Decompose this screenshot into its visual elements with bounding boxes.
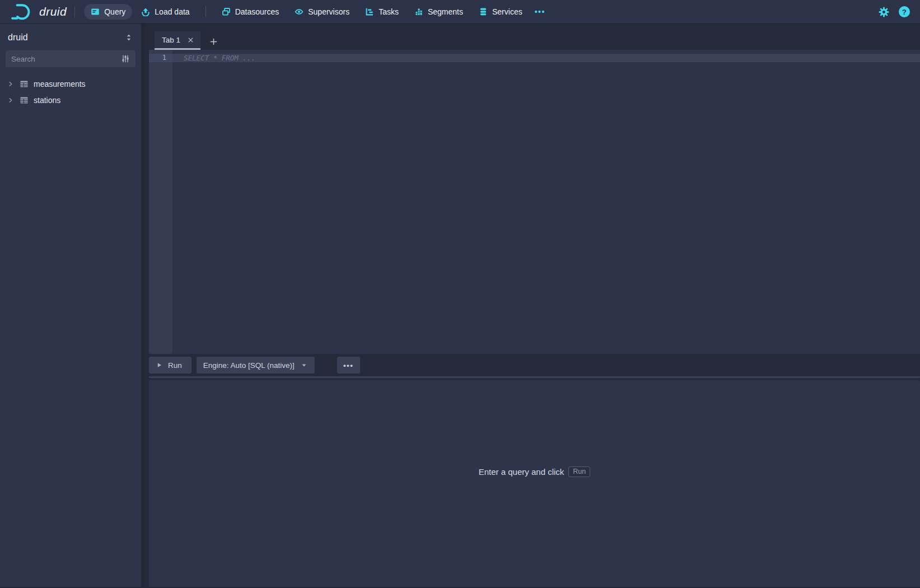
results-splitter-handle[interactable] bbox=[149, 376, 920, 378]
nav-item-supervisors[interactable]: Supervisors bbox=[288, 4, 356, 20]
nav-item-label: Supervisors bbox=[308, 7, 349, 16]
schema-sidebar: druid bbox=[0, 24, 145, 588]
tab-query-1[interactable]: Tab 1 bbox=[155, 31, 200, 50]
table-search bbox=[6, 50, 136, 67]
help-icon: ? bbox=[902, 8, 907, 16]
logo-wordmark: druid bbox=[39, 5, 67, 18]
nav-item-label: Load data bbox=[155, 7, 189, 16]
schema-caret-button[interactable] bbox=[123, 32, 134, 43]
table-tree: measurements stations bbox=[0, 76, 141, 108]
druid-logo[interactable]: druid bbox=[10, 3, 67, 21]
nav-item-label: Query bbox=[104, 7, 125, 16]
empty-results-message: Enter a query and click Run bbox=[479, 466, 591, 477]
schema-selector[interactable]: druid bbox=[0, 24, 141, 50]
segments-icon bbox=[414, 7, 423, 16]
tree-row-stations[interactable]: stations bbox=[0, 92, 141, 108]
engine-select-button[interactable]: Engine: Auto [SQL (native)] bbox=[197, 357, 315, 374]
nav-item-label: Tasks bbox=[379, 7, 399, 16]
run-toolbar: Run Engine: Auto [SQL (native)] ••• bbox=[149, 357, 920, 374]
navbar-divider bbox=[74, 6, 75, 17]
add-tab-button[interactable] bbox=[204, 33, 222, 50]
query-workbench: Tab 1 1 SELECT * FROM ... Run En bbox=[149, 24, 920, 588]
tasks-icon bbox=[365, 7, 374, 16]
tab-label: Tab 1 bbox=[162, 36, 180, 44]
plus-icon bbox=[209, 38, 218, 46]
nav-item-services[interactable]: Services bbox=[472, 4, 529, 20]
nav-item-query[interactable]: Query bbox=[84, 4, 132, 20]
table-name: stations bbox=[34, 96, 60, 105]
line-number: 1 bbox=[149, 54, 166, 62]
play-icon bbox=[155, 361, 163, 369]
caret-down-icon bbox=[300, 361, 308, 369]
results-panel: Enter a query and click Run bbox=[149, 380, 920, 588]
message-text: Enter a query and click bbox=[479, 467, 564, 477]
nav-item-tasks[interactable]: Tasks bbox=[358, 4, 405, 20]
run-button[interactable]: Run bbox=[149, 357, 192, 374]
close-icon bbox=[187, 36, 194, 44]
chevron-right-icon[interactable] bbox=[7, 80, 15, 88]
schema-name: druid bbox=[8, 32, 28, 43]
load-data-icon bbox=[141, 7, 150, 16]
run-button-label: Run bbox=[168, 361, 182, 370]
query-more-button[interactable]: ••• bbox=[337, 357, 360, 374]
services-icon bbox=[479, 7, 488, 16]
datasources-icon bbox=[222, 7, 231, 16]
nav-item-load-data[interactable]: Load data bbox=[134, 4, 196, 20]
editor-active-line bbox=[149, 54, 920, 62]
nav-item-label: Datasources bbox=[235, 7, 279, 16]
table-icon bbox=[20, 80, 29, 88]
editor-placeholder: SELECT * FROM ... bbox=[184, 54, 255, 62]
top-navbar: druid Query Load data Datasources Superv… bbox=[0, 0, 920, 24]
help-button[interactable]: ? bbox=[899, 6, 910, 17]
nav-more-button[interactable]: ••• bbox=[530, 4, 550, 20]
table-name: measurements bbox=[34, 80, 86, 88]
table-icon bbox=[20, 96, 29, 105]
supervisors-icon bbox=[295, 7, 303, 16]
query-icon bbox=[91, 7, 100, 16]
chevron-right-icon[interactable] bbox=[7, 96, 15, 104]
navbar-divider bbox=[206, 6, 206, 17]
navbar-right-group: ? bbox=[879, 6, 912, 17]
search-input[interactable] bbox=[11, 55, 120, 63]
druid-logo-icon bbox=[10, 3, 34, 21]
nav-item-segments[interactable]: Segments bbox=[408, 4, 470, 20]
nav-item-datasources[interactable]: Datasources bbox=[215, 4, 286, 20]
query-tab-bar: Tab 1 bbox=[149, 24, 920, 50]
sliders-icon bbox=[121, 54, 130, 63]
editor-gutter bbox=[149, 50, 172, 354]
run-hint-badge: Run bbox=[568, 466, 590, 477]
settings-button[interactable] bbox=[879, 7, 889, 17]
engine-label: Engine: Auto [SQL (native)] bbox=[203, 361, 295, 370]
gear-icon bbox=[879, 7, 889, 17]
double-caret-vertical-icon bbox=[124, 33, 133, 42]
sql-editor[interactable]: 1 SELECT * FROM ... bbox=[149, 50, 920, 354]
nav-item-label: Services bbox=[492, 7, 522, 16]
nav-item-label: Segments bbox=[428, 7, 463, 16]
tab-close-button[interactable] bbox=[186, 36, 195, 44]
filter-options-button[interactable] bbox=[120, 53, 131, 64]
tree-row-measurements[interactable]: measurements bbox=[0, 76, 141, 92]
